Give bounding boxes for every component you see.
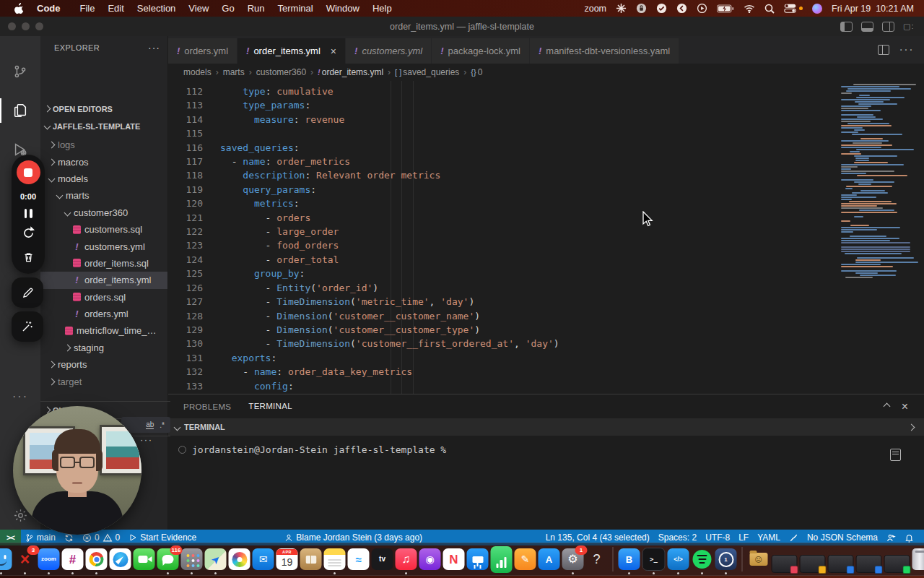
dock-icon-maps[interactable]: ➤: [205, 548, 227, 570]
match-whole-word-icon[interactable]: ab: [146, 420, 154, 429]
dock-icon-pages[interactable]: ✎: [515, 548, 536, 570]
breadcrumb-item-customer360[interactable]: customer360: [256, 67, 306, 77]
explorer-more-actions-icon[interactable]: ···: [148, 42, 160, 53]
menu-help[interactable]: Help: [366, 3, 398, 14]
source-control-icon[interactable]: [0, 61, 40, 82]
wifi-icon[interactable]: [744, 4, 755, 13]
asterisk-icon[interactable]: [616, 3, 627, 14]
tree-item-orders.sql[interactable]: orders.sql: [40, 289, 167, 306]
close-tab-icon[interactable]: ×: [331, 46, 336, 57]
tab-package-lock.yml[interactable]: !package-lock.yml: [432, 38, 530, 64]
explorer-icon[interactable]: [0, 100, 40, 121]
play-circle-icon[interactable]: [697, 3, 707, 14]
control-center-icon[interactable]: [784, 4, 796, 13]
apple-menu-icon[interactable]: [14, 3, 24, 14]
tree-item-reports[interactable]: reports: [40, 356, 167, 373]
dock-minimized-window[interactable]: [856, 555, 882, 573]
toggle-secondary-sidebar-icon[interactable]: [882, 22, 894, 32]
maximize-panel-icon[interactable]: [884, 404, 889, 409]
tree-item-target[interactable]: target: [40, 373, 167, 389]
chevron-right-icon[interactable]: [908, 423, 915, 431]
section-project-root[interactable]: JAFFLE-SL-TEMPLATE: [40, 118, 170, 134]
pause-recording-button[interactable]: [25, 209, 32, 218]
breadcrumb-item-order_items.yml[interactable]: !order_items.yml: [318, 67, 383, 77]
tree-item-customer360[interactable]: customer360: [40, 204, 167, 221]
dock-icon-freeform[interactable]: ≈: [348, 548, 370, 570]
search-more-actions-icon[interactable]: ···: [140, 434, 153, 445]
tab-problems[interactable]: PROBLEMS: [183, 394, 231, 418]
terminal[interactable]: jordanstein@Jordan-Stein jaffle-sl-templ…: [168, 436, 924, 530]
magic-wand-button[interactable]: [12, 311, 43, 342]
tree-item-order_items.yml[interactable]: !order_items.yml: [40, 272, 167, 288]
more-views-icon[interactable]: ···: [0, 386, 40, 407]
siri-icon[interactable]: [812, 4, 822, 14]
dock-icon-appstore[interactable]: A: [539, 548, 560, 570]
privacy-lock-icon[interactable]: [636, 3, 647, 14]
minimap[interactable]: [840, 84, 917, 279]
breadcrumb-item-models[interactable]: models: [183, 67, 212, 77]
customize-layout-icon[interactable]: ▢:: [903, 22, 914, 30]
draw-tool-button[interactable]: [12, 277, 43, 308]
terminal-group-header[interactable]: TERMINAL: [168, 418, 924, 436]
webcam-overlay[interactable]: [13, 406, 141, 535]
dock-icon-settings[interactable]: ⚙1: [562, 548, 584, 570]
menu-bar-clock[interactable]: Fri Apr 19 10:21 AM: [832, 4, 914, 14]
dock-icon-help[interactable]: ?: [586, 548, 608, 570]
dock-icon-mail[interactable]: ✉: [253, 548, 274, 570]
dock-icon-photos[interactable]: [229, 548, 250, 570]
dock-icon-messages[interactable]: 116: [157, 548, 179, 570]
tree-item-customers.sql[interactable]: customers.sql: [40, 221, 167, 238]
tree-item-macros[interactable]: macros: [40, 153, 167, 170]
menu-selection[interactable]: Selection: [131, 3, 182, 14]
tab-orders.yml[interactable]: !orders.yml: [168, 38, 237, 64]
split-editor-icon[interactable]: [878, 45, 889, 55]
tab-manifest-dbt-versionless.yaml[interactable]: !manifest-dbt-versionless.yaml: [530, 38, 679, 64]
dock-minimized-window[interactable]: [772, 555, 798, 573]
dock-icon-appletv[interactable]: tv: [372, 548, 393, 570]
dock-icon-bluetooth[interactable]: B: [619, 548, 640, 570]
menu-app-name[interactable]: Code: [37, 3, 61, 14]
menu-terminal[interactable]: Terminal: [271, 3, 320, 14]
menu-edit[interactable]: Edit: [101, 3, 130, 14]
breadcrumb-item-saved_queries[interactable]: [ ]saved_queries: [395, 67, 459, 77]
dock-icon-music[interactable]: ♫: [396, 548, 417, 570]
toggle-panel-icon[interactable]: [861, 22, 873, 32]
section-open-editors[interactable]: OPEN EDITORS: [40, 100, 170, 117]
tree-item-metricflow_time_[interactable]: metricflow_time_…: [40, 322, 167, 339]
dock-icon-safari[interactable]: [110, 548, 131, 570]
dock-minimized-window[interactable]: [884, 555, 910, 573]
zoom-window-button[interactable]: [35, 22, 43, 30]
dock-icon-vscode[interactable]: </>: [668, 548, 689, 570]
menu-go[interactable]: Go: [215, 3, 240, 14]
dock-icon-keynote[interactable]: [467, 548, 489, 570]
terminal-tabs-icon[interactable]: [890, 449, 901, 461]
tree-item-orders.yml[interactable]: !orders.yml: [40, 306, 167, 322]
tree-item-logs[interactable]: logs: [40, 137, 167, 153]
dock-icon-terminal-app[interactable]: >_: [642, 548, 666, 571]
tab-terminal[interactable]: TERMINAL: [248, 394, 292, 419]
dock-icon-chrome[interactable]: [86, 548, 108, 570]
toggle-sidebar-icon[interactable]: [840, 22, 853, 32]
menu-window[interactable]: Window: [320, 3, 366, 14]
menu-run[interactable]: Run: [241, 3, 271, 14]
tree-item-models[interactable]: models: [40, 171, 167, 187]
dock-icon-zoom[interactable]: zoom: [38, 548, 60, 570]
back-circle-icon[interactable]: [676, 3, 687, 14]
dock-icon-folder-downloads[interactable]: ☹: [748, 548, 770, 570]
window-controls[interactable]: [8, 22, 43, 30]
tree-item-marts[interactable]: marts: [40, 187, 167, 204]
restart-recording-button[interactable]: [22, 226, 35, 243]
code-editor[interactable]: 112 type: cumulative113 type_params:114 …: [168, 81, 924, 394]
minimize-window-button[interactable]: [22, 22, 30, 30]
close-window-button[interactable]: [8, 22, 16, 30]
tree-item-order_items.sql[interactable]: order_items.sql: [40, 255, 167, 272]
dock-icon-x-app[interactable]: ×3: [14, 548, 36, 570]
stop-recording-button[interactable]: [17, 160, 40, 184]
breadcrumb-item-0[interactable]: {}0: [471, 67, 482, 77]
check-circle-icon[interactable]: [656, 3, 667, 14]
dock-icon-app-grid[interactable]: [181, 548, 203, 570]
menu-file[interactable]: File: [74, 3, 102, 14]
tab-customers.yml[interactable]: !customers.yml: [346, 38, 432, 64]
tab-order_items.yml[interactable]: !order_items.yml×: [237, 38, 346, 64]
delete-recording-button[interactable]: [22, 251, 35, 267]
